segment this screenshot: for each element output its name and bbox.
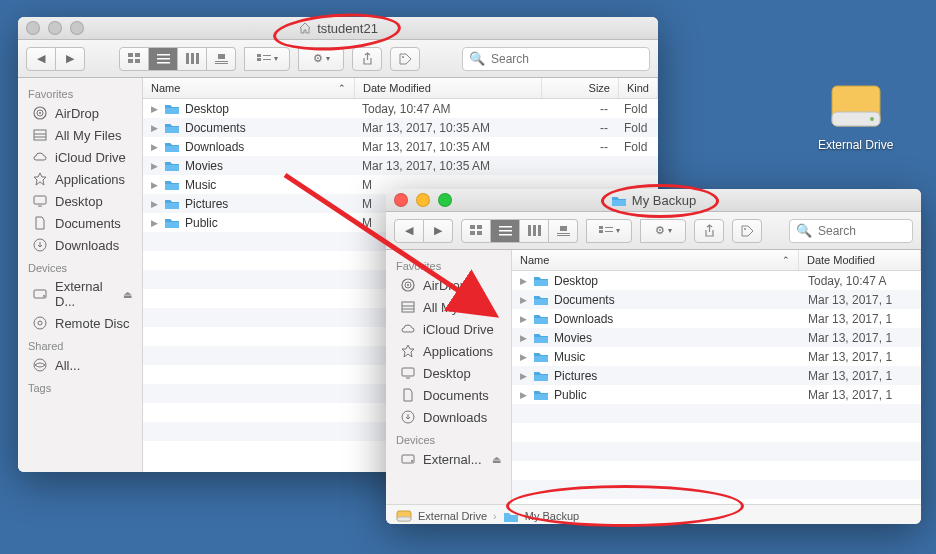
sidebar-icon xyxy=(32,215,48,231)
sidebar-item[interactable]: AirDrop xyxy=(18,102,142,124)
sidebar-item[interactable]: Documents xyxy=(18,212,142,234)
disclosure-triangle[interactable]: ▶ xyxy=(151,180,159,190)
traffic-lights[interactable] xyxy=(394,193,452,207)
svg-rect-59 xyxy=(402,368,414,376)
search-input[interactable] xyxy=(489,51,643,67)
col-kind[interactable]: Kind xyxy=(619,78,658,98)
back-button[interactable]: ◀ xyxy=(26,47,56,71)
sidebar-item[interactable]: Desktop xyxy=(386,362,511,384)
desktop-drive-label: External Drive xyxy=(818,138,893,152)
action-button[interactable]: ⚙▾ xyxy=(298,47,344,71)
titlebar[interactable]: My Backup xyxy=(386,189,921,212)
tags-button[interactable] xyxy=(732,219,762,243)
desktop-drive[interactable]: External Drive xyxy=(818,78,893,152)
col-size[interactable]: Size xyxy=(542,78,619,98)
view-coverflow[interactable] xyxy=(549,219,578,243)
action-button[interactable]: ⚙▾ xyxy=(640,219,686,243)
view-list[interactable] xyxy=(491,219,520,243)
view-coverflow[interactable] xyxy=(207,47,236,71)
arrange-button[interactable]: ▾ xyxy=(586,219,632,243)
sidebar-item[interactable]: External D...⏏ xyxy=(18,276,142,312)
traffic-lights[interactable] xyxy=(26,21,84,35)
sidebar-icon xyxy=(32,105,48,121)
search-field[interactable]: 🔍 xyxy=(462,47,650,71)
view-icon[interactable] xyxy=(461,219,491,243)
table-row[interactable]: ▶DocumentsMar 13, 2017, 1 xyxy=(512,290,921,309)
table-row[interactable]: ▶DesktopToday, 10:47 AM--Fold xyxy=(143,99,658,118)
col-date[interactable]: Date Modified xyxy=(355,78,542,98)
search-icon: 🔍 xyxy=(469,51,485,66)
table-row[interactable]: ▶MoviesMar 13, 2017, 1 xyxy=(512,328,921,347)
file-list[interactable]: ▶DesktopToday, 10:47 A▶DocumentsMar 13, … xyxy=(512,271,921,504)
disclosure-triangle[interactable]: ▶ xyxy=(520,352,528,362)
sidebar-item[interactable]: Applications xyxy=(386,340,511,362)
disclosure-triangle[interactable]: ▶ xyxy=(520,276,528,286)
sidebar-item[interactable]: Remote Disc xyxy=(18,312,142,334)
folder-icon xyxy=(164,197,180,210)
disclosure-triangle[interactable]: ▶ xyxy=(520,314,528,324)
disclosure-triangle[interactable]: ▶ xyxy=(151,161,159,171)
sidebar-item[interactable]: All My Files xyxy=(18,124,142,146)
sidebar-item[interactable]: Downloads xyxy=(18,234,142,256)
sidebar-icon xyxy=(32,237,48,253)
table-row[interactable]: ▶DownloadsMar 13, 2017, 1 xyxy=(512,309,921,328)
col-name[interactable]: Name⌃ xyxy=(512,250,799,270)
eject-icon[interactable]: ⏏ xyxy=(123,289,132,300)
table-row[interactable]: ▶PicturesMar 13, 2017, 1 xyxy=(512,366,921,385)
back-button[interactable]: ◀ xyxy=(394,219,424,243)
column-headers[interactable]: Name⌃ Date Modified xyxy=(512,250,921,271)
share-button[interactable] xyxy=(694,219,724,243)
search-input[interactable] xyxy=(816,223,921,239)
eject-icon[interactable]: ⏏ xyxy=(492,454,501,465)
sidebar-item[interactable]: Documents xyxy=(386,384,511,406)
sidebar: Favorites AirDropAll My FilesiCloud Driv… xyxy=(18,78,143,472)
table-row[interactable]: ▶DocumentsMar 13, 2017, 10:35 AM--Fold xyxy=(143,118,658,137)
table-row[interactable]: ▶MoviesMar 13, 2017, 10:35 AM xyxy=(143,156,658,175)
view-list[interactable] xyxy=(149,47,178,71)
arrange-button[interactable]: ▾ xyxy=(244,47,290,71)
sidebar-item[interactable]: All... xyxy=(18,354,142,376)
sidebar-item[interactable]: Desktop xyxy=(18,190,142,212)
table-row[interactable]: ▶DesktopToday, 10:47 A xyxy=(512,271,921,290)
sidebar-item[interactable]: iCloud Drive xyxy=(18,146,142,168)
svg-rect-7 xyxy=(157,54,170,56)
sidebar-item[interactable]: All My Files xyxy=(386,296,511,318)
table-row[interactable]: ▶MusicMar 13, 2017, 1 xyxy=(512,347,921,366)
share-button[interactable] xyxy=(352,47,382,71)
disclosure-triangle[interactable]: ▶ xyxy=(520,371,528,381)
svg-rect-38 xyxy=(477,231,482,235)
sidebar-item-label: External... xyxy=(423,452,482,467)
view-icon[interactable] xyxy=(119,47,149,71)
forward-button[interactable]: ▶ xyxy=(424,219,453,243)
path-drive[interactable]: External Drive xyxy=(418,510,487,522)
disclosure-triangle[interactable]: ▶ xyxy=(151,104,159,114)
path-bar[interactable]: External Drive › My Backup xyxy=(386,504,921,524)
tags-button[interactable] xyxy=(390,47,420,71)
view-columns[interactable] xyxy=(178,47,207,71)
column-headers[interactable]: Name⌃ Date Modified Size Kind xyxy=(143,78,658,99)
sidebar-item[interactable]: External... ⏏ xyxy=(386,448,511,470)
disclosure-triangle[interactable]: ▶ xyxy=(151,123,159,133)
sidebar-item[interactable]: Applications xyxy=(18,168,142,190)
disclosure-triangle[interactable]: ▶ xyxy=(151,199,159,209)
search-icon: 🔍 xyxy=(796,223,812,238)
titlebar[interactable]: tstudent21 xyxy=(18,17,658,40)
table-row[interactable]: ▶DownloadsMar 13, 2017, 10:35 AM--Fold xyxy=(143,137,658,156)
table-row[interactable]: ▶PublicMar 13, 2017, 1 xyxy=(512,385,921,404)
sidebar-item[interactable]: iCloud Drive xyxy=(386,318,511,340)
disclosure-triangle[interactable]: ▶ xyxy=(520,295,528,305)
path-folder[interactable]: My Backup xyxy=(525,510,579,522)
disclosure-triangle[interactable]: ▶ xyxy=(151,142,159,152)
forward-button[interactable]: ▶ xyxy=(56,47,85,71)
file-date: Mar 13, 2017, 1 xyxy=(800,388,921,402)
disclosure-triangle[interactable]: ▶ xyxy=(520,333,528,343)
sidebar-item[interactable]: AirDrop xyxy=(386,274,511,296)
sidebar-item[interactable]: Downloads xyxy=(386,406,511,428)
view-columns[interactable] xyxy=(520,219,549,243)
search-field[interactable]: 🔍 xyxy=(789,219,913,243)
svg-rect-39 xyxy=(499,226,512,228)
col-name[interactable]: Name⌃ xyxy=(143,78,355,98)
disclosure-triangle[interactable]: ▶ xyxy=(151,218,159,228)
col-date[interactable]: Date Modified xyxy=(799,250,921,270)
disclosure-triangle[interactable]: ▶ xyxy=(520,390,528,400)
